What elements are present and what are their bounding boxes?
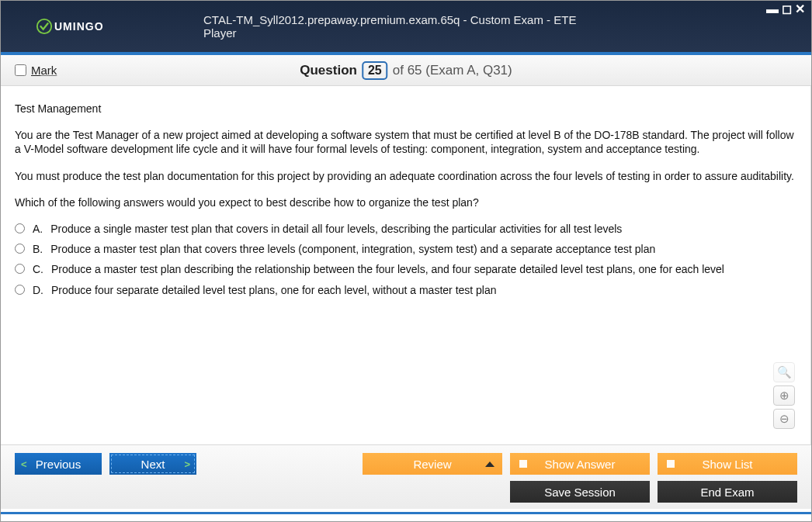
- square-icon: [667, 460, 675, 468]
- footer-divider: [1, 512, 811, 514]
- title-bar: UMINGO CTAL-TM_Syll2012.prepaway.premium…: [1, 1, 811, 52]
- answer-list: A. Produce a single master test plan tha…: [15, 222, 796, 297]
- mark-checkbox-group[interactable]: Mark: [15, 64, 57, 77]
- zoom-out-icon[interactable]: ⊖: [773, 409, 795, 429]
- chevron-right-icon: >: [184, 458, 190, 470]
- answer-letter: B.: [33, 242, 43, 256]
- answer-letter: A.: [33, 222, 43, 236]
- answer-option[interactable]: C. Produce a master test plan describing…: [15, 262, 796, 276]
- question-content: Test Management You are the Test Manager…: [1, 86, 811, 444]
- minimize-icon[interactable]: ▬: [766, 5, 779, 14]
- end-exam-button[interactable]: End Exam: [658, 481, 797, 503]
- answer-radio[interactable]: [15, 244, 25, 254]
- square-icon: [519, 460, 527, 468]
- triangle-up-icon: [485, 462, 494, 467]
- close-icon[interactable]: ✕: [795, 5, 805, 14]
- zoom-in-icon[interactable]: ⊕: [773, 385, 795, 406]
- question-para1: You are the Test Manager of a new projec…: [15, 128, 796, 156]
- mark-label[interactable]: Mark: [31, 64, 57, 77]
- question-rest: of 65 (Exam A, Q31): [393, 63, 512, 78]
- answer-option[interactable]: B. Produce a master test plan that cover…: [15, 242, 796, 256]
- answer-letter: D.: [33, 283, 43, 297]
- window-controls: ▬ ◻ ✕: [766, 5, 805, 14]
- answer-radio[interactable]: [15, 223, 25, 233]
- app-logo: UMINGO: [36, 18, 104, 35]
- answer-radio[interactable]: [15, 264, 25, 274]
- save-session-button[interactable]: Save Session: [510, 481, 650, 503]
- window-title: CTAL-TM_Syll2012.prepaway.premium.exam.6…: [203, 13, 609, 40]
- show-answer-button[interactable]: Show Answer: [510, 453, 650, 475]
- maximize-icon[interactable]: ◻: [782, 5, 792, 14]
- chevron-left-icon: <: [21, 458, 27, 470]
- review-button[interactable]: Review: [363, 453, 502, 475]
- svg-point-0: [37, 19, 51, 33]
- mark-checkbox[interactable]: [15, 64, 26, 76]
- answer-text: Produce a master test plan that covers t…: [50, 242, 655, 256]
- answer-letter: C.: [33, 262, 43, 276]
- answer-text: Produce a single master test plan that c…: [50, 222, 622, 236]
- show-list-button[interactable]: Show List: [658, 453, 797, 475]
- answer-option[interactable]: D. Produce four separate detailed level …: [15, 283, 796, 297]
- question-header: Mark Question 25 of 65 (Exam A, Q31): [1, 55, 811, 86]
- question-label: Question: [300, 63, 357, 78]
- question-para2: You must produce the test plan documenta…: [15, 169, 796, 183]
- answer-text: Produce four separate detailed level tes…: [51, 283, 497, 297]
- next-button[interactable]: Next>: [109, 453, 196, 475]
- question-topic: Test Management: [15, 102, 796, 116]
- answer-text: Produce a master test plan describing th…: [51, 262, 724, 276]
- zoom-search-icon[interactable]: 🔍: [773, 362, 795, 382]
- footer: <Previous Next> Review Show Answer Show …: [1, 444, 811, 509]
- logo-text: UMINGO: [54, 20, 104, 33]
- logo-checkmark-icon: [36, 18, 53, 35]
- answer-radio[interactable]: [15, 285, 25, 295]
- question-prompt: Which of the following answers would you…: [15, 195, 796, 209]
- question-number: 25: [362, 61, 388, 80]
- question-indicator: Question 25 of 65 (Exam A, Q31): [300, 61, 512, 80]
- zoom-controls: 🔍 ⊕ ⊖: [773, 362, 795, 429]
- previous-button[interactable]: <Previous: [15, 453, 102, 475]
- answer-option[interactable]: A. Produce a single master test plan tha…: [15, 222, 796, 236]
